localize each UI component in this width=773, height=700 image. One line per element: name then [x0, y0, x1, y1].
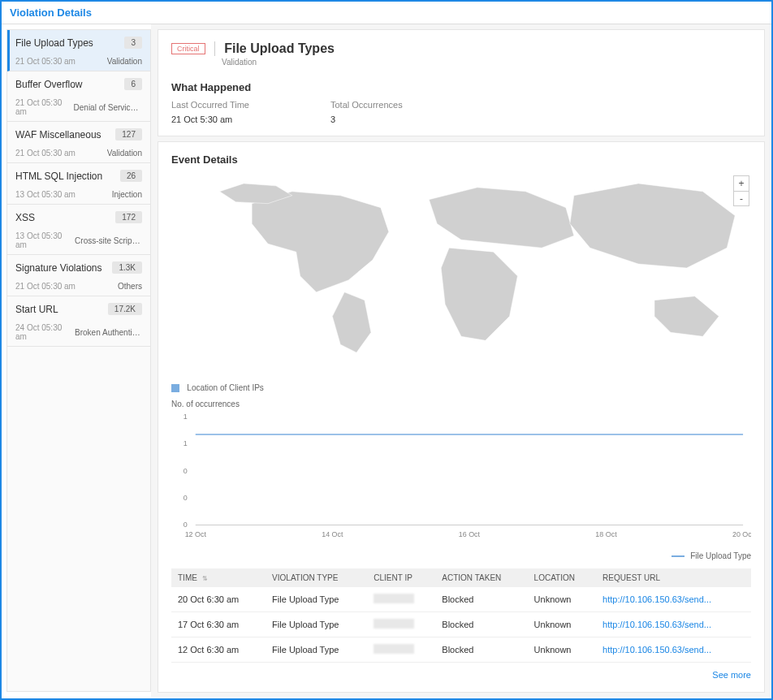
world-map-svg	[171, 171, 751, 365]
svg-text:0: 0	[184, 494, 188, 502]
last-occurred-value: 21 Oct 5:30 am	[171, 115, 249, 124]
sidebar-item-name: XSS	[15, 212, 35, 223]
see-more-link[interactable]: See more	[712, 670, 751, 680]
map-legend: Location of Client IPs	[171, 382, 751, 393]
sidebar-item-category: Validation	[107, 149, 142, 158]
main-content: Critical File Upload Types Validation Wh…	[151, 24, 771, 697]
event-details-panel: Event Details + -	[158, 141, 765, 693]
request-url-link[interactable]: http://10.106.150.63/send...	[602, 645, 711, 655]
redacted-ip	[374, 644, 414, 654]
sidebar-item-time: 21 Oct 05:30 am	[15, 98, 74, 116]
zoom-in-button[interactable]: +	[734, 176, 749, 191]
summary-panel: Critical File Upload Types Validation Wh…	[158, 29, 765, 136]
cell-client-ip	[367, 612, 435, 637]
cell-action: Blocked	[435, 637, 527, 663]
sidebar-item-name: HTML SQL Injection	[15, 171, 102, 182]
page-title: Violation Details	[10, 6, 92, 19]
redacted-ip	[374, 594, 414, 603]
sidebar-item-category: Cross-site Scripti...	[75, 236, 142, 245]
col-client-ip[interactable]: CLIENT IP	[367, 568, 435, 587]
col-location[interactable]: LOCATION	[528, 568, 597, 587]
cell-violation-type: File Upload Type	[266, 587, 367, 612]
svg-text:14 Oct: 14 Oct	[322, 530, 343, 538]
cell-time: 17 Oct 6:30 am	[171, 612, 266, 637]
cell-location: Unknown	[528, 587, 597, 612]
cell-location: Unknown	[528, 637, 597, 663]
sidebar-item-buffer-overflow[interactable]: Buffer Overflow621 Oct 05:30 amDenial of…	[7, 71, 150, 122]
zoom-out-button[interactable]: -	[734, 191, 749, 205]
redacted-ip	[374, 619, 414, 629]
occurrences-chart: 1100012 Oct14 Oct16 Oct18 Oct20 Oct	[171, 412, 751, 550]
cell-time: 20 Oct 6:30 am	[171, 587, 266, 612]
sidebar-item-count: 1.3K	[112, 261, 142, 274]
see-more-wrap: See more	[171, 669, 751, 681]
cell-url: http://10.106.150.63/send...	[596, 612, 751, 637]
cell-action: Blocked	[435, 612, 527, 637]
table-row: 12 Oct 6:30 amFile Upload TypeBlockedUnk…	[171, 637, 751, 663]
sidebar-item-count: 6	[124, 78, 142, 90]
total-occurrences-value: 3	[330, 115, 403, 124]
svg-text:12 Oct: 12 Oct	[185, 530, 207, 538]
cell-violation-type: File Upload Type	[266, 612, 367, 637]
svg-text:20 Oct: 20 Oct	[732, 530, 751, 538]
sidebar-item-category: Others	[118, 282, 142, 291]
svg-text:1: 1	[184, 413, 188, 421]
svg-text:18 Oct: 18 Oct	[595, 530, 617, 538]
svg-text:0: 0	[184, 467, 188, 475]
request-url-link[interactable]: http://10.106.150.63/send...	[602, 620, 711, 629]
sidebar-item-time: 21 Oct 05:30 am	[15, 149, 76, 158]
sidebar-item-count: 172	[115, 211, 142, 223]
sidebar-item-waf-miscellaneous[interactable]: WAF Miscellaneous12721 Oct 05:30 amValid…	[7, 122, 150, 163]
world-map[interactable]: + -	[171, 171, 751, 382]
svg-text:1: 1	[184, 439, 188, 447]
title-separator	[214, 41, 215, 56]
sidebar-item-name: Signature Violations	[15, 262, 102, 274]
sidebar-item-time: 13 Oct 05:30 am	[15, 231, 75, 249]
sidebar-item-file-upload-types[interactable]: File Upload Types321 Oct 05:30 amValidat…	[7, 30, 150, 71]
total-occurrences-label: Total Occurrences	[330, 100, 403, 110]
sidebar-item-html-sql-injection[interactable]: HTML SQL Injection2613 Oct 05:30 amInjec…	[7, 163, 150, 205]
cell-client-ip	[367, 637, 435, 663]
col-violation-type[interactable]: VIOLATION TYPE	[266, 568, 367, 587]
legend-swatch-icon	[171, 384, 179, 392]
cell-client-ip	[367, 587, 435, 612]
table-row: 17 Oct 6:30 amFile Upload TypeBlockedUnk…	[171, 612, 751, 637]
cell-violation-type: File Upload Type	[266, 637, 367, 663]
col-action-taken[interactable]: ACTION TAKEN	[435, 568, 527, 587]
sidebar-item-count: 26	[120, 170, 142, 182]
col-time[interactable]: TIME⇅	[171, 568, 266, 587]
cell-action: Blocked	[435, 587, 527, 612]
table-row: 20 Oct 6:30 amFile Upload TypeBlockedUnk…	[171, 587, 751, 612]
svg-text:16 Oct: 16 Oct	[459, 530, 481, 538]
map-zoom-controls: + -	[733, 175, 749, 206]
event-details-heading: Event Details	[171, 153, 751, 166]
sidebar-item-name: Start URL	[15, 304, 58, 315]
col-request-url[interactable]: REQUEST URL	[596, 568, 751, 587]
sidebar-item-xss[interactable]: XSS17213 Oct 05:30 amCross-site Scripti.…	[7, 205, 150, 255]
map-legend-label: Location of Client IPs	[187, 383, 264, 392]
chart-series-name: File Upload Type	[690, 551, 751, 560]
sidebar-item-name: Buffer Overflow	[15, 79, 82, 90]
sidebar-item-time: 21 Oct 05:30 am	[15, 282, 76, 291]
sidebar-item-category: Injection	[112, 190, 142, 199]
sidebar-item-signature-violations[interactable]: Signature Violations1.3K21 Oct 05:30 amO…	[7, 255, 150, 296]
occurrences-chart-svg: 1100012 Oct14 Oct16 Oct18 Oct20 Oct	[171, 412, 751, 542]
last-occurred-label: Last Occurred Time	[171, 100, 249, 110]
sidebar-item-count: 17.2K	[108, 303, 142, 315]
request-url-link[interactable]: http://10.106.150.63/send...	[602, 594, 711, 604]
sidebar-item-start-url[interactable]: Start URL17.2K24 Oct 05:30 amBroken Auth…	[7, 296, 150, 347]
sidebar-item-category: Validation	[107, 57, 142, 66]
sidebar-item-time: 24 Oct 05:30 am	[15, 323, 75, 341]
svg-text:0: 0	[184, 521, 188, 529]
sidebar-item-name: File Upload Types	[15, 37, 93, 49]
sidebar-item-category: Broken Authentic...	[75, 328, 142, 337]
events-table: TIME⇅ VIOLATION TYPE CLIENT IP ACTION TA…	[171, 568, 751, 663]
violation-sidebar: File Upload Types321 Oct 05:30 amValidat…	[6, 29, 151, 692]
chart-legend: File Upload Type	[171, 551, 751, 560]
sidebar-item-time: 13 Oct 05:30 am	[15, 190, 76, 199]
sidebar-item-time: 21 Oct 05:30 am	[15, 57, 76, 66]
header-bar: Violation Details	[2, 2, 771, 24]
sidebar-item-count: 127	[115, 128, 142, 140]
sidebar-item-category: Denial of Service(...	[74, 103, 142, 112]
sidebar-item-name: WAF Miscellaneous	[15, 129, 101, 140]
